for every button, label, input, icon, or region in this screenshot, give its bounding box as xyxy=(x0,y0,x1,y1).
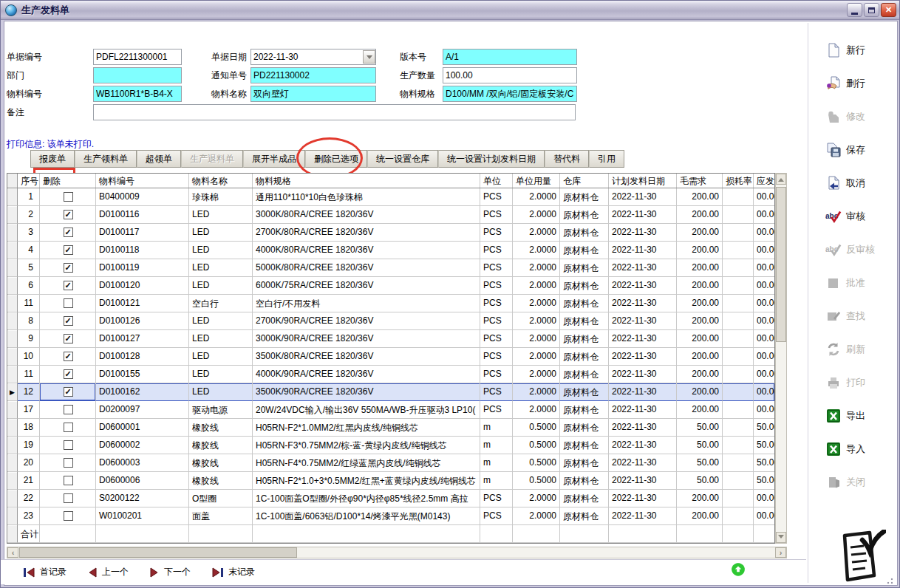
sidebar-button-13[interactable]: 导入 xyxy=(817,432,890,465)
row-delete-checkbox[interactable] xyxy=(64,405,73,414)
row-delete-checkbox[interactable]: ✓ xyxy=(64,263,73,273)
table-row[interactable]: 2✓D0100116LED3000K/80RA/CREE 1820/36VPCS… xyxy=(7,206,774,224)
row-delete-checkbox[interactable]: ✓ xyxy=(64,281,73,290)
scroll-left-button[interactable]: ‹ xyxy=(7,547,18,558)
close-button[interactable]: ✕ xyxy=(881,3,896,17)
row-delete-checkbox[interactable] xyxy=(64,493,73,503)
scroll-up-button[interactable] xyxy=(776,174,786,185)
table-row[interactable]: 10✓D0100128LED3500K/80RA/CREE 1820/36VPC… xyxy=(7,348,774,366)
docno-field[interactable] xyxy=(93,49,182,65)
scroll-right-button[interactable]: › xyxy=(775,547,786,558)
column-header[interactable]: 物料编号 xyxy=(96,174,189,188)
scroll-down-button[interactable] xyxy=(776,532,786,543)
version-field[interactable] xyxy=(443,49,577,65)
row-selector-gutter[interactable] xyxy=(7,454,18,472)
table-row[interactable]: 20D0600003橡胶线H05RN-F4*0.75MM2/红绿蓝黑内皮线/纯铜… xyxy=(7,454,774,472)
row-selector-gutter[interactable] xyxy=(7,330,18,348)
table-row[interactable]: 4✓D0100118LED4000K/80RA/CREE 1820/36VPCS… xyxy=(7,242,774,259)
sidebar-button-4[interactable]: 保存 xyxy=(817,133,890,166)
row-delete-checkbox[interactable]: ✓ xyxy=(64,387,73,397)
next-record-button[interactable]: 下一个 xyxy=(149,566,191,578)
table-row[interactable]: 22S0200122O型圈1C-100面盖O型圈/外径φ90*内径φ85*线径2… xyxy=(7,490,774,507)
table-row[interactable]: 17D0200097驱动电源20W/24VDC输入/输出36V 550MA/WB… xyxy=(7,401,774,419)
row-delete-checkbox[interactable] xyxy=(64,476,73,485)
row-selector-gutter[interactable] xyxy=(7,259,18,277)
first-record-button[interactable]: 首记录 xyxy=(23,566,67,578)
toolbar-button-9[interactable]: 替代料 xyxy=(545,150,589,168)
table-row[interactable]: 3✓D0100117LED2700K/80RA/CREE 1820/36VPCS… xyxy=(7,224,774,242)
row-selector-gutter[interactable] xyxy=(7,295,18,312)
column-header[interactable]: 仓库 xyxy=(560,174,609,188)
resize-grip[interactable] xyxy=(886,577,893,584)
row-delete-checkbox[interactable] xyxy=(64,458,73,468)
sidebar-button-1[interactable]: 新行 xyxy=(817,33,890,66)
table-row[interactable]: 23W0100201面盖1C-100面盖/6063铝/D100*14/烤漆平光黑… xyxy=(7,507,774,525)
sidebar-button-12[interactable]: 导出 xyxy=(817,399,890,432)
row-selector-gutter[interactable] xyxy=(7,224,18,242)
remark-field[interactable] xyxy=(93,104,576,120)
row-selector-gutter[interactable] xyxy=(7,188,18,206)
column-header[interactable]: 应发量 xyxy=(754,174,775,188)
row-delete-checkbox[interactable]: ✓ xyxy=(64,316,73,326)
row-delete-checkbox[interactable]: ✓ xyxy=(64,334,73,343)
column-header[interactable]: 物料名称 xyxy=(189,174,253,188)
row-delete-checkbox[interactable]: ✓ xyxy=(64,352,73,361)
docdate-field[interactable] xyxy=(250,49,376,65)
table-row[interactable]: 18D0600001橡胶线H05RN-F2*1.0MM2/红黑内皮线/纯铜线芯m… xyxy=(7,419,774,437)
row-selector-gutter[interactable] xyxy=(7,277,18,295)
row-selector-gutter[interactable] xyxy=(7,366,18,383)
row-selector-gutter[interactable] xyxy=(7,312,18,330)
table-row[interactable]: 8✓D0100126LED2700K/90RA/CREE 1820/36VPCS… xyxy=(7,312,774,330)
last-record-button[interactable]: 末记录 xyxy=(211,566,255,578)
sidebar-button-6[interactable]: abc审核 xyxy=(817,199,890,233)
toolbar-button-8[interactable]: 统一设置计划发料日期 xyxy=(438,150,545,168)
table-row[interactable]: 19D0600002橡胶线H05RN-F3*0.75MM2/棕-蓝-黄绿内皮线/… xyxy=(7,437,774,454)
table-row[interactable]: 6✓D0100120LED6000K/75RA/CREE 1820/36VPCS… xyxy=(7,277,774,295)
column-header[interactable]: 物料规格 xyxy=(253,174,480,188)
table-row[interactable]: 5✓D0100119LED5000K/80RA/CREE 1820/36VPCS… xyxy=(7,259,774,277)
maximize-button[interactable] xyxy=(864,3,879,17)
toolbar-button-7[interactable]: 统一设置仓库 xyxy=(367,150,438,168)
row-delete-checkbox[interactable] xyxy=(64,192,73,202)
table-row[interactable]: 9✓D0100127LED3000K/90RA/CREE 1820/36VPCS… xyxy=(7,330,774,348)
row-delete-checkbox[interactable] xyxy=(64,511,73,521)
table-row[interactable]: 1B0400009珍珠棉通用110*110*10白色珍珠棉PCS2.0000原材… xyxy=(7,188,774,206)
dept-field[interactable] xyxy=(93,67,182,83)
qty-field[interactable] xyxy=(443,67,577,83)
table-row[interactable]: 21D0600006橡胶线H05RN-F2*1.0+3*0.5MM2/红黑+蓝黄… xyxy=(7,472,774,490)
column-header[interactable]: 删除 xyxy=(40,174,96,188)
column-header[interactable]: 毛需求 xyxy=(677,174,723,188)
row-delete-checkbox[interactable] xyxy=(64,298,73,308)
matspec-field[interactable] xyxy=(443,86,577,102)
column-header[interactable]: 单位 xyxy=(480,174,513,188)
toolbar-button-1[interactable]: 报废单 xyxy=(30,150,75,168)
matname-field[interactable] xyxy=(250,86,376,102)
row-selector-gutter[interactable] xyxy=(7,472,18,490)
row-selector-gutter[interactable] xyxy=(7,490,18,507)
row-selector-gutter[interactable] xyxy=(7,419,18,437)
table-row[interactable]: 11✓D0100155LED4000K/90RA/CREE 1820/36VPC… xyxy=(7,366,774,383)
row-selector-gutter[interactable] xyxy=(7,437,18,454)
noticeno-field[interactable] xyxy=(250,67,376,83)
vertical-scrollbar-thumb[interactable] xyxy=(776,187,786,342)
sidebar-button-2[interactable]: 删行 xyxy=(817,66,890,100)
row-selector-gutter[interactable] xyxy=(7,507,18,525)
row-selector-gutter[interactable] xyxy=(7,401,18,419)
column-header[interactable]: 序号 xyxy=(18,174,40,188)
column-header[interactable]: 计划发料日期 xyxy=(609,174,677,188)
row-selector-gutter[interactable] xyxy=(7,242,18,259)
docdate-dropdown-arrow-icon[interactable] xyxy=(363,50,375,64)
toolbar-button-10[interactable]: 引用 xyxy=(589,150,624,168)
row-delete-checkbox[interactable]: ✓ xyxy=(64,369,73,379)
toolbar-button-6[interactable]: 删除已选项 xyxy=(305,150,367,168)
row-selector-gutter[interactable] xyxy=(7,206,18,224)
vertical-scrollbar[interactable] xyxy=(775,173,787,544)
table-row[interactable]: 11D0100121空白行空白行/不用发料PCS2.0000原材料仓2022-1… xyxy=(7,295,774,312)
column-header[interactable]: 单位用量 xyxy=(513,174,560,188)
current-row-marker[interactable]: ▶ xyxy=(7,383,18,401)
row-delete-checkbox[interactable] xyxy=(64,440,73,450)
row-delete-checkbox[interactable]: ✓ xyxy=(64,245,73,255)
toolbar-button-5[interactable]: 展开半成品 xyxy=(243,150,305,168)
row-delete-checkbox[interactable]: ✓ xyxy=(64,210,73,219)
horizontal-scrollbar-thumb[interactable] xyxy=(19,547,297,558)
